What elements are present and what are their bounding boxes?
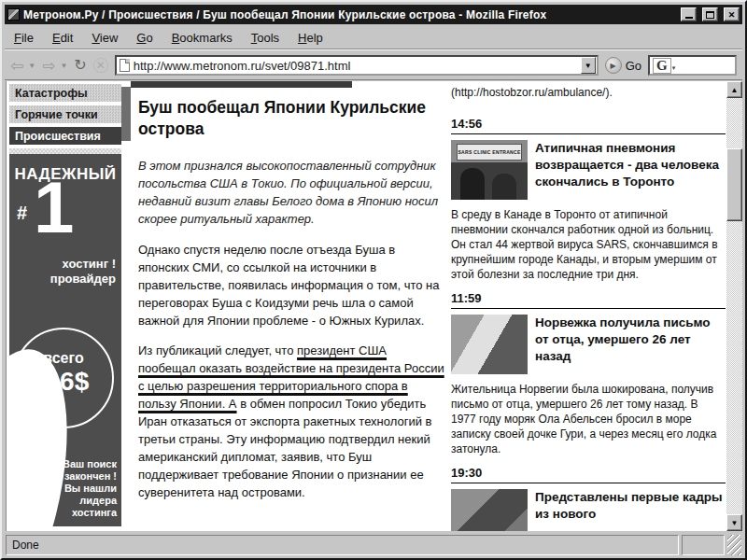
news-item: SARS CLINIC ENTRANCE Атипичная пневмония… (451, 140, 726, 200)
scroll-down-icon[interactable]: ▼ (726, 514, 742, 531)
article: Буш пообещал Японии Курильские острова В… (138, 81, 446, 531)
news-headline-link[interactable]: Представлены первые кадры из нового (535, 489, 726, 531)
menu-edit[interactable]: Edit (52, 31, 73, 45)
news-thumbnail[interactable] (451, 315, 528, 374)
ad-price-circle: всего 7.6$ (13, 328, 114, 428)
back-icon[interactable]: ⇦ (10, 58, 23, 74)
section-nav: Катастрофы Горячие точки Происшествия (9, 84, 121, 160)
article-title: Буш пообещал Японии Курильские острова (138, 97, 446, 140)
search-engine-dropdown-icon[interactable]: ▾ (672, 64, 676, 72)
menu-help[interactable]: Help (298, 31, 323, 45)
google-logo-icon: G (653, 58, 671, 74)
ad-price: 7.6$ (15, 367, 112, 397)
scrollbar-thumb[interactable] (726, 148, 742, 221)
maximize-button[interactable] (702, 7, 718, 21)
menu-tools[interactable]: Tools (251, 31, 279, 45)
sidebar-item-hotspots[interactable]: Горячие точки (9, 105, 121, 123)
news-thumbnail[interactable] (451, 489, 528, 531)
go-button[interactable]: ▶ Go (605, 57, 641, 74)
page-content: Катастрофы Горячие точки Происшествия НА… (6, 81, 742, 531)
news-timestamp: 14:56 (451, 117, 726, 134)
sidebar-item-incidents[interactable]: Происшествия (9, 127, 121, 145)
url-dropdown-button[interactable]: ▼ (581, 57, 596, 74)
ad-rank-number: 1 (34, 171, 74, 244)
news-headline-link[interactable]: Атипичная пневмония возвращается - два ч… (535, 140, 726, 200)
url-input[interactable]: http://www.metronom.ru/svet/09871.html (134, 59, 577, 73)
news-source-link[interactable]: (http://hostobzor.ru/ambulance/). (451, 85, 726, 100)
article-paragraph: Однако спустя неделю после отъезда Буша … (138, 241, 446, 329)
menu-go[interactable]: Go (136, 31, 152, 45)
menu-view[interactable]: View (92, 31, 118, 45)
vertical-scrollbar[interactable]: ▲ ▼ (726, 81, 742, 531)
page-icon (120, 59, 130, 72)
news-headline-link[interactable]: Норвежка получила письмо от отца, умерше… (535, 315, 726, 374)
menu-bar: File Edit View Go Bookmarks Tools Help (5, 27, 742, 49)
search-input[interactable]: G ▾ (648, 55, 737, 76)
forward-icon[interactable]: ⇨ (42, 58, 55, 74)
resize-grip[interactable] (727, 535, 741, 555)
minimize-button[interactable] (681, 7, 697, 21)
title-bar[interactable]: Метроном.Ру / Происшествия / Буш пообеща… (5, 5, 742, 24)
article-paragraph: Из публикаций следует, что президент США… (138, 342, 446, 501)
news-thumbnail[interactable]: SARS CLINIC ENTRANCE (451, 140, 528, 200)
firefox-app-icon (7, 8, 20, 21)
forward-dropdown-icon[interactable]: ▼ (60, 62, 67, 70)
status-secondary-panel (682, 535, 725, 555)
menu-bookmarks[interactable]: Bookmarks (172, 31, 233, 45)
ad-footer-text: Ваш поиск закончен ! Вы нашли лидера хос… (63, 458, 117, 519)
go-icon: ▶ (605, 57, 622, 74)
news-column: (http://hostobzor.ru/ambulance/). 14:56 … (451, 81, 726, 531)
sidebar-item-catastrophes[interactable]: Катастрофы (9, 84, 121, 102)
ad-hosting-label: хостинг ! провайдер (50, 257, 116, 287)
url-bar[interactable]: http://www.metronom.ru/svet/09871.html ▼ (115, 55, 599, 76)
menu-file[interactable]: File (14, 31, 34, 45)
browser-window: Метроном.Ру / Происшествия / Буш пообеща… (0, 0, 747, 560)
news-body: В среду в Канаде в Торонто от атипичной … (451, 207, 726, 282)
thumbnail-sign-text: SARS CLINIC ENTRANCE (457, 144, 522, 161)
status-bar: Done (6, 533, 741, 555)
news-timestamp: 11:59 (451, 291, 726, 309)
stop-icon[interactable]: ✕ (93, 58, 108, 73)
status-text: Done (6, 535, 679, 555)
ad-rank-hash: # (17, 203, 27, 224)
news-item: Норвежка получила письмо от отца, умерше… (451, 315, 726, 374)
article-lead: В этом признался высокопоставленный сотр… (138, 157, 446, 228)
news-item: Представлены первые кадры из нового (451, 489, 726, 531)
navigation-toolbar: ⇦ ▼ ⇨ ▼ ↻ ✕ http://www.metronom.ru/svet/… (5, 51, 742, 80)
news-timestamp: 19:30 (451, 466, 726, 483)
clipped-page-strip (121, 87, 131, 141)
news-body: Жительница Норвегии была шокирована, пол… (451, 382, 726, 456)
reload-icon[interactable]: ↻ (74, 58, 86, 73)
close-button[interactable]: ✕ (724, 7, 740, 21)
back-dropdown-icon[interactable]: ▼ (28, 62, 35, 70)
window-title: Метроном.Ру / Происшествия / Буш пообеща… (23, 8, 675, 21)
scroll-up-icon[interactable]: ▲ (726, 81, 742, 98)
hosting-ad-banner[interactable]: НАДЕЖНЫЙ # 1 хостинг ! провайдер всего 7… (9, 154, 121, 526)
